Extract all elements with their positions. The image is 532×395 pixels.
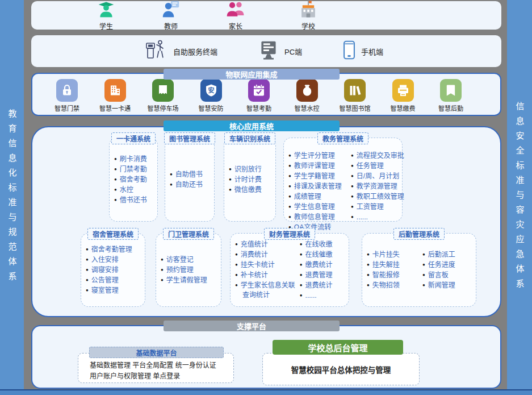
left-sidebar-label: 教育信息化标准与规范体系: [6, 109, 18, 286]
list-item: 寝室管理: [86, 285, 132, 296]
list-item: 失物招领: [367, 280, 421, 290]
list-item: 新闻管理: [422, 280, 475, 290]
user-item: 学校: [290, 0, 326, 31]
devices-panel: 自助服务终端PC端手机端: [31, 35, 501, 67]
user-label: 家长: [229, 21, 242, 31]
iot-item: 智慧后勤: [429, 79, 473, 113]
list-item: 入住安排: [86, 255, 132, 265]
feature-list: 自助借书自助还书: [170, 169, 203, 190]
iot-item: 智慧停车场: [141, 79, 185, 113]
list-item: 消费统计: [235, 250, 299, 260]
system-card: 后勤管理系统卡片挂失挂失解挂智能报修失物招领后勤派工任务进度留言板新闻管理: [362, 233, 476, 307]
bottom-base-bar: [0, 389, 532, 395]
list-item: 识别放行: [229, 164, 262, 174]
iot-label: 智慧图书馆: [340, 103, 371, 113]
list-item: ......: [300, 290, 349, 301]
user-item: 家长: [217, 0, 254, 31]
list-item: 访客登记: [161, 255, 207, 265]
user-item: 教师: [153, 0, 189, 31]
list-item: 留言板: [422, 270, 475, 280]
feature-list: 刷卡消费门禁考勤宿舍考勤水控借书还书: [114, 154, 147, 205]
list-item: 调寝安排: [86, 265, 132, 275]
list-item: 预约管理: [161, 265, 207, 275]
school-icon: [299, 0, 318, 20]
feature-list: 后勤派工任务进度留言板新闻管理: [422, 250, 475, 290]
list-item: 自助借书: [170, 169, 203, 180]
iot-label: 智慧后勤: [438, 103, 463, 113]
iot-label: 智慧一卡通: [99, 103, 131, 113]
list-item: 公告管理: [86, 275, 132, 285]
system-card-title: 后勤管理系统: [393, 228, 445, 240]
system-card: 教务管理系统学生评分管理教师评课管理学生学籍管理排课及课表管理成绩管理学生信息管…: [283, 138, 403, 222]
system-card-title: 门卫管理系统: [163, 228, 214, 240]
system-card-title: 财务管理系统: [264, 228, 315, 240]
right-sidebar-label: 信息安全标准与容灾应急体系: [514, 102, 526, 294]
list-item: 任务管理: [351, 161, 402, 171]
list-item: 在线收缴: [300, 239, 349, 250]
iot-row: 智慧门禁智慧一卡通智慧停车场安智慧安防智慧考勤智慧水控智慧图书馆智慧缴费智慧后勤: [32, 74, 500, 113]
list-item: 缴费统计: [300, 260, 349, 270]
list-item: 排课及课表管理: [288, 181, 350, 192]
iot-item: 安智慧安防: [189, 79, 233, 113]
system-card-title: 宿舍管理系统: [87, 228, 139, 240]
feature-list: 在线收缴在线催缴缴费统计退费管理退费统计......: [300, 239, 349, 301]
iot-item: 智慧缴费: [381, 79, 425, 113]
logistics-bookmark-icon: [440, 79, 462, 102]
system-card-body: 卡片挂失挂失解挂智能报修失物招领后勤派工任务进度留言板新闻管理: [362, 250, 476, 290]
iot-label: 智慧安防: [199, 103, 224, 113]
user-label: 学校: [301, 21, 315, 31]
support-section-header: 支撑平台: [164, 321, 340, 331]
device-label: PC端: [284, 46, 302, 57]
school-admin-title: 学校总后台管理: [273, 340, 403, 355]
system-card: 一卡通系统刷卡消费门禁考勤宿舍考勤水控借书还书: [109, 138, 158, 222]
student-icon: [97, 0, 115, 20]
system-card-body: 宿舍考勤管理入住安排调寝安排公告管理寝室管理: [81, 244, 145, 296]
list-item: 宿舍考勤管理: [86, 244, 132, 255]
diagram-main-column: 学生教师家长学校 自助服务终端PC端手机端 物联网应用集成 智慧门禁智慧一卡通智…: [31, 0, 501, 395]
school-admin-card: 智慧校园平台总体把控与管理: [262, 353, 420, 385]
pc-icon: [258, 40, 279, 63]
base-data-platform-title: 基础数据平台: [89, 347, 224, 358]
users-panel: 学生教师家长学校: [31, 1, 501, 30]
feature-list: 访客登记预约管理学生请假管理: [161, 255, 207, 285]
users-row: 学生教师家长学校: [31, 1, 501, 30]
system-card: 图书管理系统自助借书自助还书: [165, 138, 215, 222]
system-card-title: 车辆识别系统: [224, 132, 275, 144]
list-item: 教学资源管理: [351, 181, 402, 192]
list-item: 成绩管理: [288, 192, 350, 202]
list-item: 在线催缴: [300, 250, 349, 260]
feature-list: 宿舍考勤管理入住安排调寝安排公告管理寝室管理: [86, 244, 132, 296]
system-card-title: 一卡通系统: [111, 132, 156, 144]
list-item: 退费管理: [300, 270, 349, 280]
base-platform-line: 用户账户与权限管理 单点登录: [90, 371, 233, 382]
list-item: 学生评分管理: [288, 151, 350, 161]
svg-text:安: 安: [208, 86, 214, 94]
list-item: 教师信息管理: [288, 212, 350, 222]
parents-icon: [226, 0, 245, 20]
school-admin-description: 智慧校园平台总体把控与管理: [291, 364, 391, 375]
list-item: 微信缴费: [229, 185, 262, 195]
list-item: 刷卡消费: [114, 154, 147, 164]
feature-list: 充值统计消费统计挂失卡统计补卡统计学生家长信息关联查询统计: [235, 239, 299, 301]
list-item: 门禁考勤: [114, 164, 147, 174]
list-item: 日/周、月计划: [351, 171, 402, 181]
system-card: 车辆识别系统识别放行计时计费微信缴费: [224, 138, 276, 222]
system-card-title: 图书管理系统: [164, 132, 215, 144]
list-item: 学生请假管理: [161, 275, 207, 285]
iot-label: 智慧缴费: [391, 103, 416, 113]
system-card-body: 学生评分管理教师评课管理学生学籍管理排课及课表管理成绩管理学生信息管理教师信息管…: [284, 138, 402, 232]
device-item: PC端: [258, 40, 302, 63]
iot-label: 智慧门禁: [55, 103, 79, 113]
list-item: 教职工绩效管理: [351, 192, 402, 202]
iot-item: 智慧考勤: [237, 79, 281, 113]
list-item: 挂失解挂: [367, 260, 421, 270]
user-item: 学生: [88, 0, 124, 31]
system-card-body: 刷卡消费门禁考勤宿舍考勤水控借书还书: [110, 154, 157, 205]
iot-item: 智慧一卡通: [93, 79, 137, 113]
list-item: 借书还书: [114, 195, 147, 205]
list-item: 宿舍考勤: [114, 174, 147, 185]
system-card-body: 访客登记预约管理学生请假管理: [156, 255, 221, 285]
system-card: 宿舍管理系统宿舍考勤管理入住安排调寝安排公告管理寝室管理: [81, 233, 145, 307]
user-label: 教师: [164, 21, 178, 31]
system-card-body: 识别放行计时计费微信缴费: [224, 164, 275, 195]
